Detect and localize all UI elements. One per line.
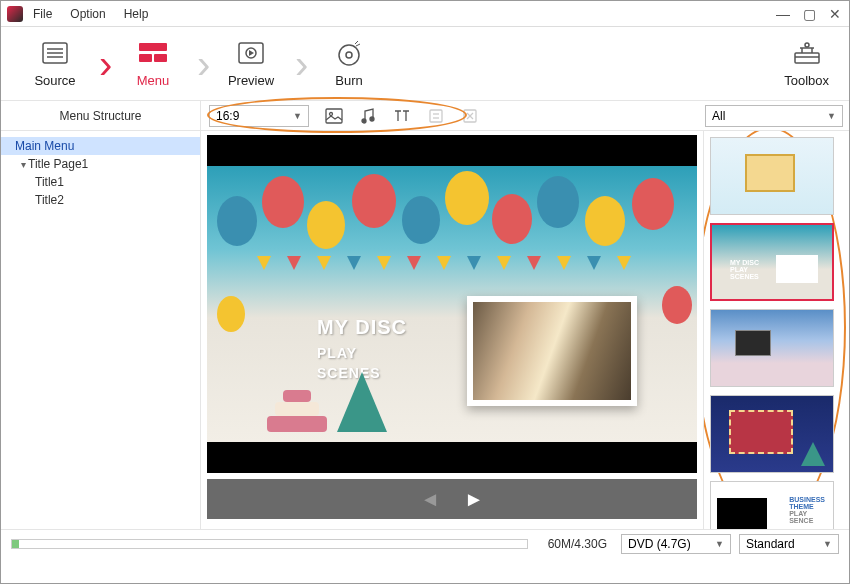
svg-marker-9 xyxy=(249,50,254,56)
svg-rect-12 xyxy=(795,53,819,63)
preview-icon xyxy=(207,39,295,67)
tree-title-page1[interactable]: ▾Title Page1 xyxy=(1,155,200,173)
menu-option[interactable]: Option xyxy=(70,7,105,21)
chevron-down-icon: ▼ xyxy=(715,539,724,549)
svg-rect-5 xyxy=(139,54,152,62)
step-arrow-icon: › xyxy=(99,44,109,84)
step-nav: Source › Menu › Preview › Burn Toolbox xyxy=(1,27,849,101)
step-label: Source xyxy=(11,73,99,88)
chevron-down-icon: ▼ xyxy=(293,111,302,121)
aspect-ratio-select[interactable]: 16:9 ▼ xyxy=(209,105,309,127)
svg-point-14 xyxy=(805,43,809,47)
menu-structure-label: Menu Structure xyxy=(1,101,201,130)
minimize-button[interactable]: — xyxy=(775,6,791,22)
toolbox-button[interactable]: Toolbox xyxy=(784,39,829,88)
step-menu[interactable]: Menu xyxy=(109,39,197,88)
page-nav: ◄ ► xyxy=(207,479,697,519)
delete-button xyxy=(461,107,479,125)
disc-type-select[interactable]: DVD (4.7G) ▼ xyxy=(621,534,731,554)
menu-structure-tree: Main Menu ▾Title Page1 Title1 Title2 xyxy=(1,131,201,529)
template-filter-select[interactable]: All ▼ xyxy=(705,105,843,127)
add-music-button[interactable] xyxy=(359,107,377,125)
template-thumbnail[interactable]: BUSINESSTHEMEPLAYSENCE xyxy=(710,481,834,529)
svg-point-17 xyxy=(362,119,366,123)
svg-rect-15 xyxy=(326,109,342,123)
menu-help[interactable]: Help xyxy=(124,7,149,21)
quality-value: Standard xyxy=(746,537,795,551)
step-source[interactable]: Source xyxy=(11,39,99,88)
preview-panel: MY DISC PLAY SCENES ◄ ► xyxy=(201,131,703,529)
close-button[interactable]: ✕ xyxy=(827,6,843,22)
balloons-decoration xyxy=(207,166,697,306)
step-label: Burn xyxy=(305,73,393,88)
toolbox-label: Toolbox xyxy=(784,73,829,88)
add-text-button[interactable] xyxy=(393,107,411,125)
prev-page-button[interactable]: ◄ xyxy=(420,488,440,511)
step-arrow-icon: › xyxy=(295,44,305,84)
template-thumbnail[interactable] xyxy=(710,395,834,473)
status-bar: 60M/4.30G DVD (4.7G) ▼ Standard ▼ xyxy=(1,529,849,557)
template-thumbnail[interactable] xyxy=(710,309,834,387)
menu-file[interactable]: File xyxy=(33,7,52,21)
thumbnail-image xyxy=(473,302,631,400)
step-preview[interactable]: Preview xyxy=(207,39,295,88)
menu-icon xyxy=(109,39,197,67)
toolbar: Menu Structure 16:9 ▼ All ▼ xyxy=(1,101,849,131)
svg-point-10 xyxy=(339,45,359,65)
step-label: Menu xyxy=(109,73,197,88)
disc-usage-text: 60M/4.30G xyxy=(542,537,613,551)
svg-rect-19 xyxy=(430,110,442,122)
step-arrow-icon: › xyxy=(197,44,207,84)
toolbox-icon xyxy=(784,39,829,67)
template-thumbnail[interactable]: MY DISCPLAYSCENES xyxy=(710,223,834,301)
maximize-button[interactable]: ▢ xyxy=(801,6,817,22)
bunting-decoration xyxy=(207,256,697,276)
burn-icon xyxy=(305,39,393,67)
thumbnail-frame[interactable] xyxy=(467,296,637,406)
step-label: Preview xyxy=(207,73,295,88)
svg-point-18 xyxy=(370,117,374,121)
svg-rect-6 xyxy=(154,54,167,62)
main-area: Main Menu ▾Title Page1 Title1 Title2 xyxy=(1,131,849,529)
template-thumbnail[interactable] xyxy=(710,137,834,215)
chevron-down-icon: ▼ xyxy=(823,539,832,549)
titlebar: File Option Help — ▢ ✕ xyxy=(1,1,849,27)
next-page-button[interactable]: ► xyxy=(464,488,484,511)
source-icon xyxy=(11,39,99,67)
canvas-wrap: MY DISC PLAY SCENES xyxy=(207,135,697,473)
template-list: MY DISCPLAYSCENESBUSINESSTHEMEPLAYSENCE xyxy=(703,131,849,529)
play-label: PLAY xyxy=(317,345,407,361)
disc-usage-fill xyxy=(12,540,19,548)
tree-title1[interactable]: Title1 xyxy=(1,173,200,191)
quality-select[interactable]: Standard ▼ xyxy=(739,534,839,554)
app-icon xyxy=(7,6,23,22)
disc-usage-bar xyxy=(11,539,528,549)
svg-point-16 xyxy=(330,112,333,115)
disc-type-value: DVD (4.7G) xyxy=(628,537,691,551)
svg-rect-4 xyxy=(139,43,167,51)
filter-value: All xyxy=(712,109,725,123)
step-burn[interactable]: Burn xyxy=(305,39,393,88)
aspect-value: 16:9 xyxy=(216,109,239,123)
add-image-button[interactable] xyxy=(325,107,343,125)
cake-decoration xyxy=(267,382,327,432)
chevron-down-icon: ▼ xyxy=(827,111,836,121)
party-hat-decoration xyxy=(337,372,387,432)
svg-point-11 xyxy=(346,52,352,58)
collapse-icon[interactable]: ▾ xyxy=(21,159,26,170)
tree-title2[interactable]: Title2 xyxy=(1,191,200,209)
disc-title: MY DISC xyxy=(317,316,407,339)
tree-main-menu[interactable]: Main Menu xyxy=(1,137,200,155)
menu-canvas[interactable]: MY DISC PLAY SCENES xyxy=(207,166,697,442)
add-chapter-button xyxy=(427,107,445,125)
